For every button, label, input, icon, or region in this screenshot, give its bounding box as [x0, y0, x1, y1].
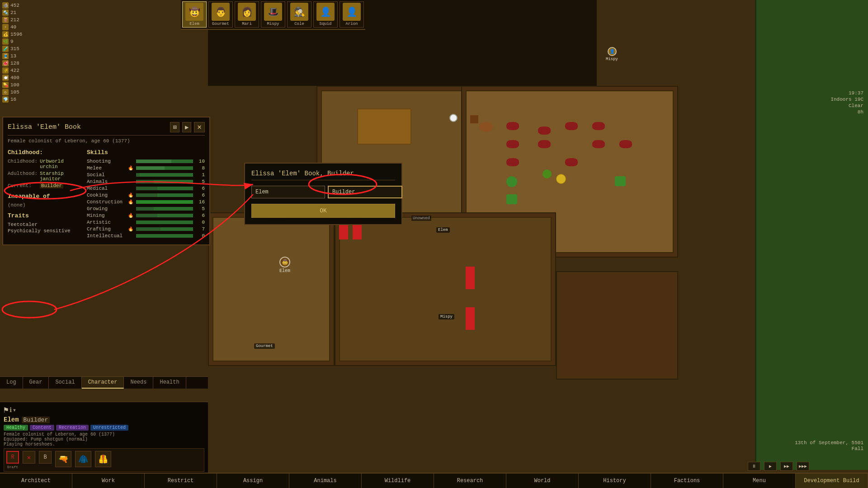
action-world[interactable]: World	[506, 474, 579, 488]
draft-label: Draft	[7, 465, 18, 469]
attack-btn[interactable]: ✕	[23, 451, 35, 464]
panel-controls: ⊞ ▶ ✕	[170, 122, 205, 132]
char-portrait-gourmet[interactable]: 👨Gourmet	[208, 1, 233, 28]
pawn-mispy-top[interactable]: 👤 Mispy	[606, 47, 618, 61]
dropdown-icon[interactable]: ▾	[13, 406, 16, 414]
action-development-build[interactable]: Development Build	[796, 474, 868, 488]
pin-button[interactable]: ⊞	[170, 122, 179, 132]
action-history[interactable]: History	[579, 474, 651, 488]
tab-health[interactable]: Health	[153, 377, 186, 389]
meat-item-11	[565, 158, 578, 166]
resource-icon: 🥩	[2, 60, 9, 66]
skill-bar	[136, 227, 193, 231]
skill-row-shooting: Shooting 10	[87, 159, 205, 164]
draft-r-btn[interactable]: R	[6, 451, 19, 464]
fast-btn[interactable]: ▶▶	[780, 462, 793, 471]
incapable-value: (none)	[8, 202, 80, 208]
action-architect[interactable]: Architect	[0, 474, 72, 488]
action-restrict[interactable]: Restrict	[145, 474, 217, 488]
tab-gear[interactable]: Gear	[23, 377, 49, 389]
meat-item-2	[538, 127, 551, 135]
tab-character[interactable]: Character	[82, 377, 124, 389]
rename-dialog-title: Elissa 'Elem' Book, Builder	[251, 170, 395, 180]
action-research[interactable]: Research	[434, 474, 506, 488]
resource-icon: 🪨	[2, 2, 9, 9]
meat-item-3	[565, 122, 578, 130]
resource-item: ⚙️105	[2, 89, 22, 95]
skill-passion: 🔥	[128, 213, 133, 218]
faster-btn[interactable]: ▶▶▶	[797, 462, 809, 471]
play-btn[interactable]: ▶	[764, 462, 777, 471]
skill-value: 5	[196, 179, 205, 184]
equipment-row: R Draft ✕ B 🔫 🧥 🦺	[4, 448, 204, 472]
resource-value: 315	[10, 46, 19, 52]
weapon-slot: 🔫	[55, 451, 71, 467]
tab-needs[interactable]: Needs	[124, 377, 153, 389]
action-work[interactable]: Work	[72, 474, 145, 488]
skill-value: 0	[196, 233, 205, 239]
colonist-icons: ⚑ ℹ ▾	[4, 405, 16, 415]
room-right-lower	[556, 271, 678, 380]
char-portrait-squid[interactable]: 👤Squid	[313, 1, 338, 28]
skill-name: Cooking	[87, 192, 125, 198]
recreation-badge: Recreation	[56, 425, 89, 431]
action-animals[interactable]: Animals	[289, 474, 362, 488]
b-btn[interactable]: B	[39, 451, 52, 464]
char-name: Mispy	[267, 22, 279, 26]
gold-item	[556, 174, 566, 184]
first-name-input[interactable]	[251, 186, 325, 198]
char-icon: 🤠	[185, 3, 203, 21]
inspect-button[interactable]: ▶	[182, 122, 191, 132]
content-badge: Content	[30, 425, 54, 431]
resource-item: 🔩21	[2, 9, 22, 16]
skill-name: Artistic	[87, 220, 125, 225]
skill-bar	[136, 214, 193, 217]
char-icon: 👩	[238, 3, 256, 21]
pawn-gourmet-world[interactable]: Gourmet	[254, 343, 275, 349]
traits-title: Traits	[8, 212, 80, 219]
backstory-current: Current: Builder	[8, 183, 80, 188]
pause-btn[interactable]: ⏸	[748, 462, 760, 471]
action-factions[interactable]: Factions	[651, 474, 723, 488]
skill-bar	[136, 180, 193, 183]
skill-value: 1	[196, 172, 205, 178]
last-name-input[interactable]	[328, 186, 402, 198]
close-button[interactable]: ✕	[194, 122, 205, 132]
action-wildlife[interactable]: Wildlife	[362, 474, 434, 488]
ok-button[interactable]: OK	[251, 204, 395, 218]
char-portrait-elem[interactable]: 🤠Elem	[182, 1, 207, 28]
weather-display: Clear	[809, 103, 863, 108]
pawn-mispy-world[interactable]: Mispy	[439, 314, 454, 319]
meat-item-4	[592, 122, 605, 130]
skill-row-social: Social 1	[87, 172, 205, 178]
skill-row-growing: Growing 5	[87, 206, 205, 211]
char-portrait-mispy[interactable]: 🎩Mispy	[261, 1, 285, 28]
char-portrait-arion[interactable]: 👤Arion	[340, 1, 364, 28]
meat-item-6	[506, 140, 519, 148]
resource-icon: 💎	[2, 96, 9, 103]
resource-icon: 💊	[2, 82, 9, 88]
meat-item-10	[506, 158, 519, 166]
skill-name: Medical	[87, 186, 125, 191]
action-assign[interactable]: Assign	[217, 474, 289, 488]
skill-value: 0	[196, 220, 205, 225]
resource-icon: 🍽️	[2, 75, 9, 81]
action-menu[interactable]: Menu	[723, 474, 796, 488]
resource-icon: 💰	[2, 31, 9, 38]
skill-name: Melee	[87, 165, 125, 171]
armor-slot-2: 🦺	[95, 451, 111, 467]
tab-log[interactable]: Log	[0, 377, 23, 389]
meat-item-7	[538, 140, 551, 148]
childhood-label: Childhood:	[8, 159, 37, 169]
char-icon: 🕵️	[290, 3, 308, 21]
bottom-tabs: LogGearSocialCharacterNeedsHealth	[0, 376, 208, 389]
char-portrait-mari[interactable]: 👩Mari	[235, 1, 259, 28]
character-panel: Elissa 'Elem' Book ⊞ ▶ ✕ Female colonist…	[2, 117, 210, 245]
skill-name: Intellectual	[87, 233, 125, 239]
char-portrait-cole[interactable]: 🕵️Cole	[287, 1, 311, 28]
location-display: Indoors 19C	[809, 97, 863, 102]
resource-icon: 🧪	[2, 46, 9, 52]
tab-social[interactable]: Social	[49, 377, 81, 389]
skills-title: Skills	[87, 149, 205, 156]
pawn-elem-world[interactable]: 🤠 Elem	[279, 257, 290, 273]
